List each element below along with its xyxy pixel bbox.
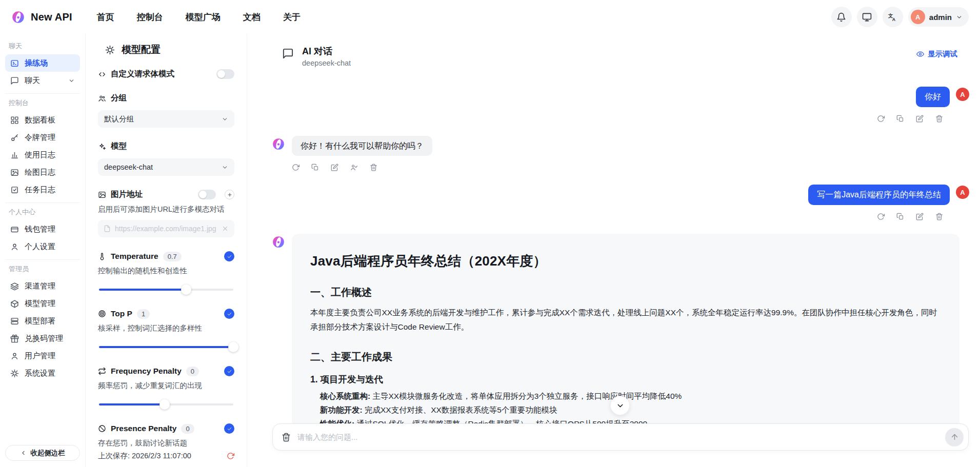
config-title: 模型配置 [122, 43, 161, 56]
sidebar-item-redemption[interactable]: 兑换码管理 [5, 330, 80, 347]
gear-icon [10, 369, 19, 378]
message-actions [292, 164, 969, 171]
edit-icon[interactable] [331, 164, 338, 171]
user-icon [10, 352, 19, 360]
sidebar-item-usage-logs[interactable]: 使用日志 [5, 146, 80, 164]
param-value-badge: 0.7 [163, 252, 182, 261]
user-message: 写一篇Java后端程序员的年终总结 A [272, 185, 969, 205]
param-desc: 控制输出的随机性和创造性 [98, 266, 234, 276]
delete-icon[interactable] [935, 213, 943, 220]
regenerate-icon[interactable] [292, 164, 299, 171]
model-block: 模型 deepseek-chat [98, 141, 234, 176]
param-value-badge: 0 [186, 367, 199, 376]
show-debug-link[interactable]: 显示调试 [916, 49, 957, 59]
nav-item-about[interactable]: 关于 [283, 11, 301, 23]
article-title: Java后端程序员年终总结（202X年度） [310, 252, 941, 270]
target-icon [98, 310, 106, 318]
add-image-button[interactable] [225, 190, 234, 199]
param-presence-penalty: Presence Penalty 0 存在惩罚，鼓励讨论新话题 [98, 423, 234, 448]
reset-icon[interactable] [227, 452, 234, 460]
collapse-sidebar-button[interactable]: 收起侧边栏 [5, 445, 80, 461]
regenerate-icon[interactable] [877, 115, 885, 123]
image-url-input[interactable] [115, 225, 217, 233]
copy-icon[interactable] [896, 115, 904, 123]
image-url-block: 图片地址 启用后可添加图片URL进行多模态对话 [98, 189, 234, 237]
layers-icon [10, 282, 19, 291]
param-desc: 频率惩罚，减少重复词汇的出现 [98, 381, 234, 391]
sidebar-item-settings[interactable]: 系统设置 [5, 364, 80, 382]
delete-icon[interactable] [935, 115, 943, 123]
sidebar-item-tokens[interactable]: 令牌管理 [5, 129, 80, 146]
sidebar-item-deploy[interactable]: 模型部署 [5, 312, 80, 330]
frequency-penalty-slider[interactable] [99, 399, 233, 410]
scroll-to-bottom-button[interactable] [610, 396, 630, 415]
arrow-up-icon [950, 433, 959, 441]
nav-item-docs[interactable]: 文档 [243, 11, 261, 23]
notifications-button[interactable] [831, 7, 852, 27]
param-enabled-check[interactable] [224, 309, 234, 319]
theme-button[interactable] [857, 7, 877, 27]
delete-icon[interactable] [370, 164, 377, 171]
article-paragraph: 本年度主要负责公司XX业务系统的后端开发与维护工作，累计参与完成XX个需求迭代，… [310, 306, 941, 335]
sidebar-item-label: 数据看板 [25, 115, 55, 125]
translate-icon: 文A [888, 12, 897, 22]
chevron-down-icon [68, 77, 75, 84]
clear-icon[interactable] [222, 225, 229, 232]
image-icon [98, 191, 106, 199]
sidebar-item-chat[interactable]: 聊天 [5, 72, 80, 89]
file-icon [104, 225, 111, 232]
section-label: 聊天 [5, 37, 80, 54]
clear-chat-icon[interactable] [282, 433, 291, 442]
chat-input-bar [272, 423, 969, 451]
nav-item-console[interactable]: 控制台 [137, 11, 163, 23]
sidebar-item-profile[interactable]: 个人设置 [5, 238, 80, 255]
param-enabled-check[interactable] [224, 423, 234, 434]
image-icon [10, 168, 19, 177]
image-url-toggle[interactable] [198, 190, 216, 199]
edit-icon[interactable] [916, 213, 924, 220]
copy-icon[interactable] [896, 213, 904, 220]
chevron-left-icon [20, 450, 27, 456]
language-button[interactable]: 文A [883, 7, 903, 27]
group-select[interactable]: 默认分组 [98, 110, 234, 128]
svg-text:A: A [892, 17, 896, 22]
send-button[interactable] [945, 428, 964, 446]
sidebar-item-users[interactable]: 用户管理 [5, 347, 80, 364]
custom-body-label: 自定义请求体模式 [111, 69, 174, 79]
param-enabled-check[interactable] [224, 251, 234, 261]
sidebar-item-drawing-logs[interactable]: 绘图日志 [5, 164, 80, 181]
sidebar-item-channels[interactable]: 渠道管理 [5, 277, 80, 295]
brand[interactable]: New API [11, 10, 72, 24]
sidebar-item-wallet[interactable]: 钱包管理 [5, 220, 80, 238]
edit-icon[interactable] [916, 115, 924, 123]
sidebar-item-playground[interactable]: 操练场 [5, 54, 80, 72]
chat-input[interactable] [297, 433, 938, 441]
param-name: Frequency Penalty [111, 367, 182, 376]
param-enabled-check[interactable] [224, 366, 234, 376]
model-select[interactable]: deepseek-chat [98, 158, 234, 176]
user-avatar: A [956, 88, 969, 101]
sidebar-item-label: 任务日志 [25, 185, 55, 195]
top-p-slider[interactable] [99, 342, 233, 352]
sidebar-item-dashboard[interactable]: 数据看板 [5, 111, 80, 129]
user-menu[interactable]: A admin [908, 7, 969, 27]
copy-icon[interactable] [311, 164, 319, 171]
temperature-slider[interactable] [99, 285, 233, 295]
show-debug-label: 显示调试 [928, 49, 957, 59]
image-url-desc: 启用后可添加图片URL进行多模态对话 [98, 205, 234, 214]
regenerate-icon[interactable] [877, 213, 885, 220]
section-label: 管理员 [5, 260, 80, 277]
nav-item-model-square[interactable]: 模型广场 [186, 11, 221, 23]
sidebar-item-models[interactable]: 模型管理 [5, 295, 80, 312]
sidebar-item-label: 操练场 [25, 58, 48, 68]
gear-icon [105, 45, 115, 55]
sidebar-item-task-logs[interactable]: 任务日志 [5, 181, 80, 198]
message-actions [272, 213, 943, 220]
sidebar-item-label: 系统设置 [25, 369, 55, 378]
chat-bubble-icon [282, 48, 294, 59]
user-check-icon[interactable] [350, 164, 358, 171]
param-desc: 核采样，控制词汇选择的多样性 [98, 323, 234, 333]
nav-item-home[interactable]: 首页 [97, 11, 114, 23]
custom-body-toggle[interactable] [216, 69, 234, 79]
package-icon [10, 299, 19, 308]
